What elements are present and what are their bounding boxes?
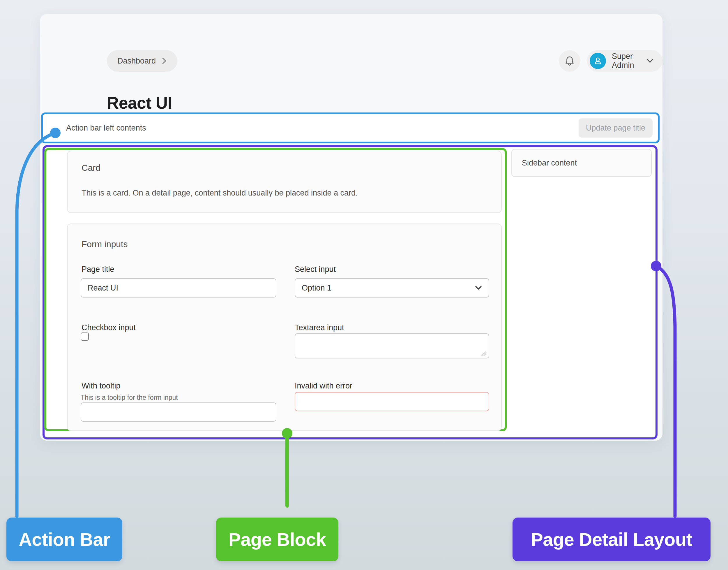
tooltip-field-label: With tooltip (81, 381, 121, 390)
select-input[interactable]: Option 1 (295, 278, 489, 298)
select-chevron-down-icon (475, 285, 482, 291)
page-title-field-label: Page title (81, 265, 114, 274)
checkbox-input[interactable] (81, 332, 89, 341)
sidebar-content-text: Sidebar content (522, 159, 577, 168)
action-bar-left-contents: Action bar left contents (66, 123, 146, 132)
page-title: React UI (107, 93, 172, 112)
avatar (590, 53, 606, 69)
textarea-input[interactable] (295, 333, 489, 358)
annotation-label-page-block: Page Block (216, 518, 338, 561)
content-card: Card This is a card. On a detail page, c… (67, 151, 502, 213)
select-selected-value: Option 1 (302, 284, 331, 293)
account-menu[interactable]: Super Admin (587, 50, 663, 72)
annotation-label-page-detail-layout-text: Page Detail Layout (531, 529, 692, 550)
account-name: Super Admin (612, 52, 640, 70)
sidebar-content-card: Sidebar content (511, 149, 652, 177)
card-body-text: This is a card. On a detail page, conten… (81, 189, 358, 198)
form-card-title: Form inputs (81, 239, 127, 249)
annotation-label-action-bar: Action Bar (6, 518, 122, 561)
invalid-field-label: Invalid with error (295, 381, 352, 390)
bell-icon (565, 56, 575, 66)
tooltip-input[interactable] (81, 402, 276, 422)
chevron-right-icon (162, 57, 167, 65)
tooltip-helper-text: This is a tooltip for the form input (81, 394, 178, 401)
invalid-input[interactable] (295, 392, 489, 411)
checkbox-field-label: Checkbox input (81, 323, 136, 332)
select-field-label: Select input (295, 265, 336, 274)
annotation-label-action-bar-text: Action Bar (19, 529, 110, 550)
breadcrumb[interactable]: Dashboard (107, 50, 177, 72)
update-page-title-button[interactable]: Update page title (579, 118, 653, 137)
annotation-label-page-detail-layout: Page Detail Layout (513, 518, 711, 561)
card-title: Card (81, 163, 100, 173)
page-title-input[interactable] (81, 278, 276, 298)
breadcrumb-label: Dashboard (117, 56, 156, 65)
form-card: Form inputs Page title Select input Opti… (67, 224, 502, 431)
action-bar: Action bar left contents Update page tit… (41, 112, 660, 144)
annotation-label-page-block-text: Page Block (228, 529, 326, 550)
chevron-down-icon (646, 58, 654, 63)
notifications-button[interactable] (559, 50, 580, 72)
screenshot-stage: Dashboard Super Admin (0, 0, 728, 570)
textarea-field-label: Textarea input (295, 323, 344, 332)
